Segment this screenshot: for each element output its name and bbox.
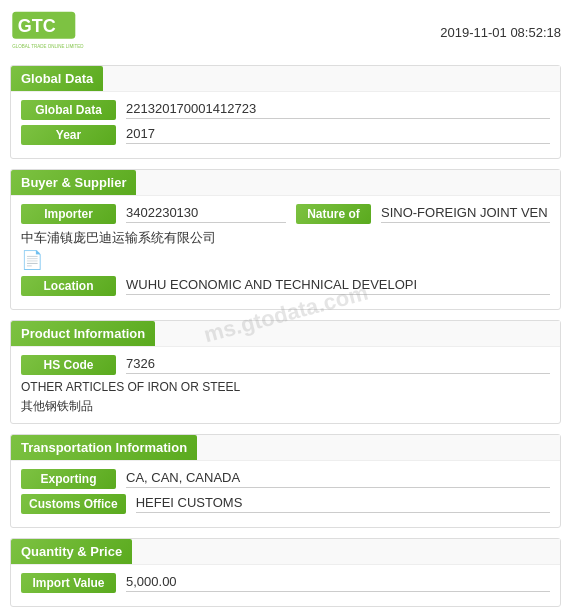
field-row-location: Location WUHU ECONOMIC AND TECHNICAL DEV… <box>21 276 550 296</box>
nature-label: Nature of <box>296 204 371 224</box>
section-product-info: Product Information HS Code 7326 OTHER A… <box>10 320 561 424</box>
section-header-global-data: Global Data <box>11 66 103 91</box>
chinese-name: 中车浦镇庞巴迪运输系统有限公司 <box>21 229 550 247</box>
import-value-value: 5,000.00 <box>126 574 550 592</box>
doc-icon: 📄 <box>21 249 550 271</box>
logo: GTC GLOBAL TRADE ONLINE LIMITED <box>10 10 110 55</box>
product-desc-cn: 其他钢铁制品 <box>21 398 550 415</box>
section-buyer-supplier: Buyer & Supplier Importer 3402230130 Nat… <box>10 169 561 310</box>
section-body-product-info: HS Code 7326 OTHER ARTICLES OF IRON OR S… <box>11 347 560 423</box>
field-row-year: Year 2017 <box>21 125 550 145</box>
page: GTC GLOBAL TRADE ONLINE LIMITED 2019-11-… <box>0 0 571 611</box>
global-data-value: 221320170001412723 <box>126 101 550 119</box>
hs-code-value: 7326 <box>126 356 550 374</box>
year-value: 2017 <box>126 126 550 144</box>
section-body-transportation: Exporting CA, CAN, CANADA Customs Office… <box>11 461 560 527</box>
field-row-hs-code: HS Code 7326 <box>21 355 550 375</box>
timestamp: 2019-11-01 08:52:18 <box>440 25 561 40</box>
product-desc-en: OTHER ARTICLES OF IRON OR STEEL <box>21 380 550 394</box>
section-transportation: Transportation Information Exporting CA,… <box>10 434 561 528</box>
field-row-import-value: Import Value 5,000.00 <box>21 573 550 593</box>
import-value-label: Import Value <box>21 573 116 593</box>
section-body-buyer-supplier: Importer 3402230130 Nature of SINO-FOREI… <box>11 196 560 309</box>
section-body-global-data: Global Data 221320170001412723 Year 2017 <box>11 92 560 158</box>
svg-text:GTC: GTC <box>18 16 56 36</box>
top-bar: GTC GLOBAL TRADE ONLINE LIMITED 2019-11-… <box>10 10 561 55</box>
field-row-exporting: Exporting CA, CAN, CANADA <box>21 469 550 489</box>
year-label: Year <box>21 125 116 145</box>
importer-label: Importer <box>21 204 116 224</box>
customs-office-value: HEFEI CUSTOMS <box>136 495 550 513</box>
section-quantity-price: Quantity & Price Import Value 5,000.00 <box>10 538 561 607</box>
field-row-importer: Importer 3402230130 Nature of SINO-FOREI… <box>21 204 550 224</box>
location-value: WUHU ECONOMIC AND TECHNICAL DEVELOPI <box>126 277 550 295</box>
importer-value: 3402230130 <box>126 205 286 223</box>
hs-code-label: HS Code <box>21 355 116 375</box>
customs-office-label: Customs Office <box>21 494 126 514</box>
section-header-quantity-price: Quantity & Price <box>11 539 132 564</box>
exporting-value: CA, CAN, CANADA <box>126 470 550 488</box>
location-label: Location <box>21 276 116 296</box>
field-row-global-data: Global Data 221320170001412723 <box>21 100 550 120</box>
section-body-quantity-price: Import Value 5,000.00 <box>11 565 560 606</box>
section-header-product-info: Product Information <box>11 321 155 346</box>
section-global-data: Global Data Global Data 2213201700014127… <box>10 65 561 159</box>
svg-text:GLOBAL TRADE ONLINE LIMITED: GLOBAL TRADE ONLINE LIMITED <box>12 44 84 49</box>
exporting-label: Exporting <box>21 469 116 489</box>
section-header-buyer-supplier: Buyer & Supplier <box>11 170 136 195</box>
global-data-label: Global Data <box>21 100 116 120</box>
field-row-customs-office: Customs Office HEFEI CUSTOMS <box>21 494 550 514</box>
section-header-transportation: Transportation Information <box>11 435 197 460</box>
logo-area: GTC GLOBAL TRADE ONLINE LIMITED <box>10 10 110 55</box>
nature-value: SINO-FOREIGN JOINT VEN <box>381 205 550 223</box>
